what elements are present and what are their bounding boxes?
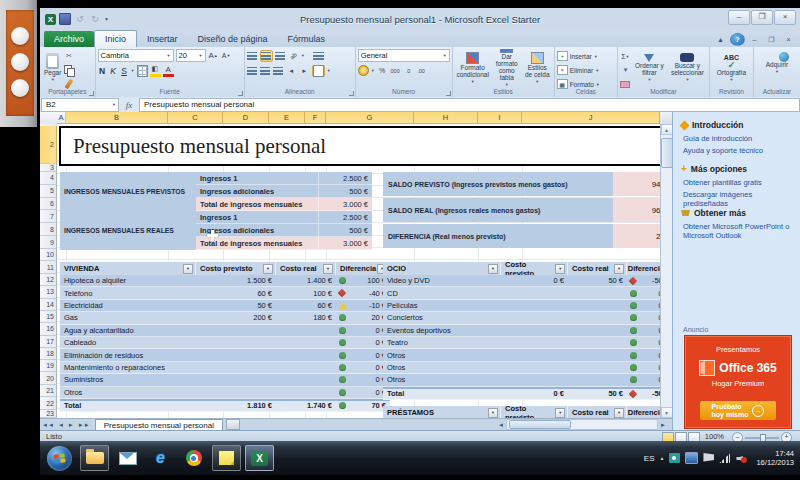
language-indicator[interactable]: ES — [644, 454, 655, 463]
comma-style-icon[interactable]: 000 — [390, 66, 401, 76]
cell[interactable]: Ingresos 1 — [196, 211, 318, 224]
autosum-icon[interactable]: Σ▼ — [620, 51, 631, 61]
collapse-ribbon-icon[interactable]: ▲ — [713, 33, 728, 46]
cell[interactable]: Hipoteca o alquiler — [60, 275, 196, 287]
paste-button[interactable]: Pegar▼ — [42, 49, 63, 87]
cell[interactable] — [196, 374, 276, 386]
filter-icon[interactable]: ▼ — [614, 264, 624, 274]
font-size-select[interactable]: 20▼ — [176, 49, 206, 62]
cell[interactable]: 500 € — [318, 224, 372, 237]
last-sheet-icon[interactable]: ►► — [76, 422, 92, 428]
row-header[interactable]: 17 — [40, 336, 57, 348]
cell[interactable]: -40 € — [336, 287, 390, 299]
cell[interactable] — [276, 337, 336, 349]
delete-cells-button[interactable]: × Eliminar▼ — [557, 65, 615, 75]
align-top-icon[interactable] — [247, 51, 258, 61]
align-left-icon[interactable] — [247, 66, 258, 76]
cell[interactable]: 0 € — [627, 312, 660, 324]
name-box[interactable]: B2▼ — [41, 98, 119, 112]
cell[interactable]: 0 € — [336, 325, 390, 337]
device-button-3[interactable] — [11, 79, 29, 97]
cell[interactable] — [276, 387, 336, 399]
cell[interactable]: Agua y alcantarillado — [60, 325, 196, 337]
cell[interactable]: 20 — [613, 224, 660, 248]
cell[interactable] — [501, 312, 568, 324]
cell[interactable] — [276, 325, 336, 337]
cell[interactable]: Total — [60, 399, 196, 412]
restore-small-button[interactable]: ❐ — [764, 33, 779, 46]
italic-button[interactable]: K — [109, 66, 118, 76]
filter-icon[interactable]: ▼ — [263, 264, 273, 274]
cell[interactable]: Teatro — [383, 337, 501, 349]
format-as-table-button[interactable]: Dar formato como tabla▼ — [491, 49, 523, 87]
first-sheet-icon[interactable]: ◄◄ — [40, 422, 56, 428]
insert-cells-button[interactable]: + Insertar▼ — [557, 51, 615, 61]
cell[interactable]: 100 € — [336, 275, 390, 287]
cell[interactable]: 3.000 € — [318, 237, 372, 250]
cell[interactable]: DIFERENCIA (Real menos previsto) — [383, 224, 613, 248]
device-button-2[interactable] — [11, 53, 29, 71]
link-imagenes[interactable]: Descargar imágenes prediseñadas — [683, 190, 795, 208]
underline-button[interactable]: S — [120, 66, 129, 76]
cell[interactable] — [568, 337, 627, 349]
find-select-button[interactable]: Buscar y seleccionar▼ — [668, 49, 707, 87]
next-sheet-icon[interactable]: ► — [66, 422, 76, 428]
sheet-title-cell[interactable]: Presupuesto mensual personal — [59, 126, 660, 166]
row-header[interactable]: 22 — [40, 397, 57, 410]
cell[interactable]: 100 € — [276, 287, 336, 299]
fx-icon[interactable]: fx — [119, 100, 139, 110]
taskbar-explorer[interactable] — [80, 445, 109, 471]
taskbar-internet-explorer[interactable]: e — [146, 445, 175, 471]
cell[interactable]: 1.500 € — [196, 275, 276, 287]
horizontal-scrollbar[interactable]: ◄ ► — [496, 420, 668, 430]
start-button[interactable] — [47, 446, 72, 471]
purchase-button[interactable]: Adquirir▼ — [756, 49, 798, 87]
alignment-dialog-launcher[interactable] — [349, 91, 354, 96]
cell-styles-button[interactable]: Estilos de celda▼ — [523, 49, 552, 87]
cell[interactable] — [568, 300, 627, 312]
cell[interactable] — [568, 374, 627, 386]
column-header[interactable]: C — [168, 112, 223, 124]
column-header[interactable]: E — [269, 112, 305, 124]
cell[interactable]: 3.000 € — [318, 198, 372, 211]
link-guia[interactable]: Guía de introducción — [683, 134, 795, 143]
cell[interactable]: SALDO PREVISTO (Ingresos previstos menos… — [383, 172, 613, 196]
network-icon[interactable] — [719, 453, 730, 463]
borders-icon[interactable] — [137, 66, 148, 76]
cell[interactable]: 50 € — [196, 300, 276, 312]
cell[interactable] — [568, 312, 627, 324]
cell[interactable]: -50 € — [627, 275, 660, 287]
cell[interactable]: 0 € — [627, 300, 660, 312]
clipboard-dialog-launcher[interactable] — [89, 91, 94, 96]
column-header[interactable]: D — [223, 112, 269, 124]
cell[interactable]: Conciertos — [383, 312, 501, 324]
filter-icon[interactable]: ▼ — [488, 264, 498, 274]
cell[interactable]: 500 € — [318, 185, 372, 198]
cell[interactable] — [196, 387, 276, 399]
cell[interactable]: 60 € — [196, 287, 276, 299]
cell[interactable]: 0 € — [627, 337, 660, 349]
cell[interactable]: Total de ingresos mensuales — [196, 198, 318, 211]
wrap-text-icon[interactable] — [313, 51, 324, 61]
fill-color-icon[interactable]: ◧ — [150, 64, 161, 77]
close-small-button[interactable]: × — [781, 33, 796, 46]
row-header[interactable]: 21 — [40, 385, 57, 397]
tab-inicio[interactable]: Inicio — [94, 30, 137, 47]
row-header[interactable]: 13 — [40, 286, 57, 298]
column-header[interactable]: F — [305, 112, 326, 124]
tab-diseno[interactable]: Diseño de página — [188, 31, 278, 47]
row-header[interactable]: 5 — [40, 185, 57, 198]
cell[interactable]: Ingresos 1 — [196, 172, 318, 185]
minimize-small-button[interactable]: – — [747, 33, 762, 46]
sheet-grid[interactable]: Presupuesto mensual personal INGRESOS ME… — [57, 124, 660, 418]
cell[interactable]: 0 € — [336, 374, 390, 386]
cell[interactable] — [568, 325, 627, 337]
cell[interactable]: 0 € — [627, 287, 660, 299]
cell[interactable]: Mantenimiento o reparaciones — [60, 362, 196, 374]
cell[interactable]: 60 € — [276, 300, 336, 312]
action-center-icon[interactable] — [703, 453, 714, 463]
row-header[interactable]: 8 — [40, 223, 57, 236]
cell[interactable]: 1.400 € — [276, 275, 336, 287]
cell[interactable]: 0 € — [336, 362, 390, 374]
cell[interactable] — [196, 337, 276, 349]
